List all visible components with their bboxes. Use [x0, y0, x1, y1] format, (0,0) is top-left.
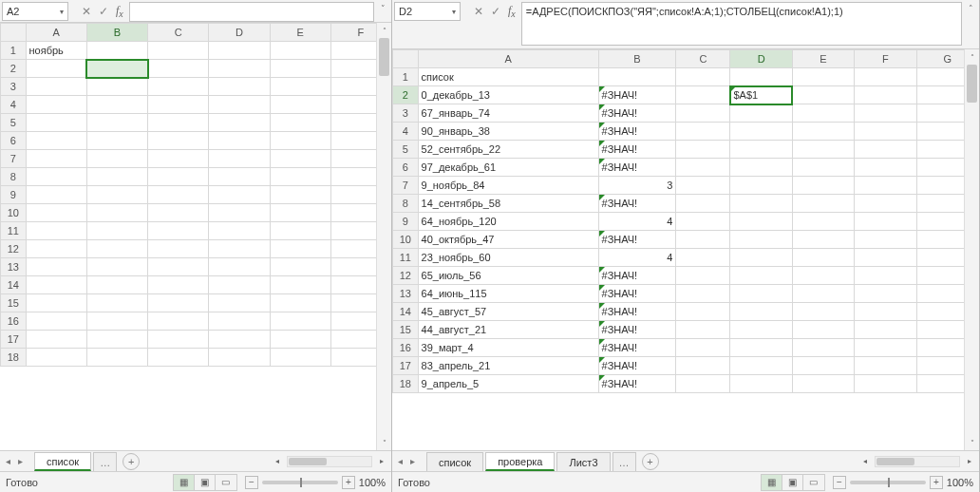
cell[interactable] [676, 321, 730, 339]
add-sheet-button[interactable]: + [122, 453, 140, 470]
cell[interactable] [730, 141, 792, 159]
view-pagebreak-icon[interactable]: ▭ [216, 475, 236, 490]
cell[interactable] [792, 104, 854, 123]
cell[interactable] [676, 267, 730, 285]
zoom-out-button[interactable]: − [833, 476, 846, 489]
cell[interactable] [730, 357, 792, 375]
cell[interactable] [148, 132, 209, 150]
cell[interactable] [86, 150, 147, 168]
cell[interactable] [26, 132, 86, 150]
cell[interactable] [792, 267, 854, 285]
cell[interactable]: 83_апрель_21 [418, 357, 598, 375]
cell[interactable] [209, 132, 270, 150]
col-header-E[interactable]: E [792, 50, 854, 68]
row-header-3[interactable]: 3 [393, 104, 419, 123]
col-header-F[interactable]: F [855, 50, 916, 68]
cell[interactable] [792, 195, 854, 213]
cell[interactable]: список [418, 68, 598, 86]
cell[interactable] [792, 141, 854, 159]
cell[interactable] [209, 276, 270, 294]
cell[interactable] [730, 303, 792, 321]
cell[interactable] [730, 159, 792, 177]
cell[interactable] [209, 114, 270, 132]
scroll-left-icon[interactable]: ◂ [858, 454, 873, 469]
cell[interactable]: #ЗНАЧ! [598, 321, 676, 339]
cell[interactable] [792, 303, 854, 321]
cell[interactable] [148, 96, 209, 114]
cell[interactable]: 44_август_21 [418, 321, 598, 339]
cell[interactable] [26, 96, 86, 114]
cell[interactable] [86, 204, 147, 222]
cell[interactable] [792, 375, 854, 393]
cell[interactable] [148, 349, 209, 367]
cell[interactable] [270, 150, 330, 168]
cell[interactable]: #ЗНАЧ! [598, 231, 676, 249]
scroll-left-icon[interactable]: ◂ [270, 454, 285, 469]
row-header-15[interactable]: 15 [1, 294, 27, 312]
row-header-10[interactable]: 10 [1, 204, 27, 222]
cell[interactable]: #ЗНАЧ! [598, 141, 676, 159]
cell[interactable]: 52_сентябрь_22 [418, 141, 598, 159]
cell[interactable] [792, 285, 854, 303]
row-header-18[interactable]: 18 [1, 349, 27, 367]
cell[interactable] [855, 104, 916, 123]
cell[interactable]: 9_апрель_5 [418, 375, 598, 393]
tab-overflow[interactable]: … [93, 452, 117, 471]
tab-overflow[interactable]: … [612, 452, 636, 471]
row-header-5[interactable]: 5 [393, 141, 419, 159]
cell[interactable] [148, 240, 209, 258]
cell[interactable]: 4 [598, 213, 676, 231]
tab-prev-icon[interactable]: ◂ [398, 456, 403, 466]
cell[interactable] [855, 86, 916, 104]
cell[interactable] [148, 312, 209, 331]
scroll-up-icon[interactable]: ˄ [377, 23, 391, 38]
cell[interactable] [792, 339, 854, 357]
tab-prev-icon[interactable]: ◂ [6, 456, 10, 466]
cell[interactable] [86, 186, 147, 204]
cell[interactable] [855, 249, 916, 267]
cancel-icon[interactable]: ✕ [82, 5, 91, 18]
cell[interactable] [26, 240, 86, 258]
cell[interactable] [270, 294, 330, 312]
cell[interactable] [676, 159, 730, 177]
cell[interactable] [730, 321, 792, 339]
cell[interactable] [209, 349, 270, 367]
cell[interactable] [148, 114, 209, 132]
cell[interactable] [270, 132, 330, 150]
cell[interactable]: #ЗНАЧ! [598, 123, 676, 141]
zoom-slider[interactable] [262, 481, 338, 484]
cell[interactable]: $A$1 [730, 86, 792, 104]
cell[interactable] [26, 78, 86, 96]
cell[interactable] [209, 78, 270, 96]
cell[interactable] [676, 104, 730, 123]
cell[interactable]: #ЗНАЧ! [598, 86, 676, 104]
cell[interactable] [209, 42, 270, 60]
cell[interactable] [148, 42, 209, 60]
formula-input[interactable] [129, 2, 374, 22]
cell[interactable]: 65_июль_56 [418, 267, 598, 285]
cell[interactable] [148, 78, 209, 96]
cell[interactable] [26, 222, 86, 240]
cell[interactable] [730, 177, 792, 195]
col-header-A[interactable]: A [26, 24, 86, 42]
view-normal-icon[interactable]: ▦ [174, 475, 195, 490]
row-header-1[interactable]: 1 [393, 68, 419, 86]
cell[interactable]: 3 [598, 177, 676, 195]
cell[interactable] [730, 285, 792, 303]
expand-formula-icon[interactable]: ˅ [376, 1, 389, 22]
row-header-9[interactable]: 9 [1, 186, 27, 204]
cell[interactable]: 64_ноябрь_120 [418, 213, 598, 231]
row-header-17[interactable]: 17 [393, 357, 419, 375]
cell[interactable] [855, 123, 916, 141]
cell[interactable] [148, 204, 209, 222]
cell[interactable] [86, 60, 147, 78]
cell[interactable] [270, 168, 330, 186]
cell[interactable] [26, 204, 86, 222]
row-header-13[interactable]: 13 [393, 285, 419, 303]
cell[interactable]: 23_ноябрь_60 [418, 249, 598, 267]
fx-icon[interactable]: fx [116, 4, 123, 19]
cell[interactable] [792, 321, 854, 339]
scroll-up-icon[interactable]: ˄ [965, 49, 979, 65]
cell[interactable] [855, 195, 916, 213]
row-header-2[interactable]: 2 [393, 86, 419, 104]
